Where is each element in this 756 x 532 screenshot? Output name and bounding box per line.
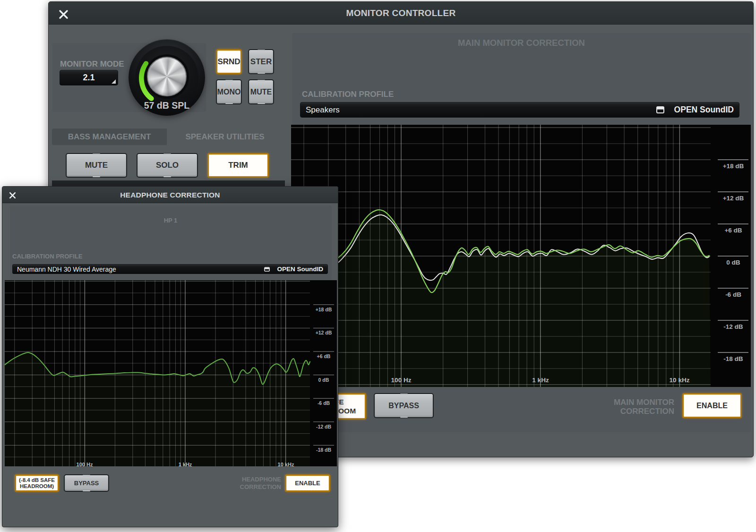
svg-text:-6 dB: -6 dB bbox=[725, 291, 741, 298]
svg-text:-18 dB: -18 dB bbox=[723, 355, 743, 362]
svg-text:-12 dB: -12 dB bbox=[316, 424, 332, 429]
svg-text:+6 dB: +6 dB bbox=[317, 353, 331, 359]
svg-text:0 dB: 0 dB bbox=[318, 377, 329, 383]
svg-text:1 kHz: 1 kHz bbox=[179, 462, 192, 466]
svg-text:-18 dB: -18 dB bbox=[316, 447, 332, 453]
svg-text:10 kHz: 10 kHz bbox=[278, 462, 294, 466]
svg-text:+12 dB: +12 dB bbox=[316, 330, 332, 335]
svg-text:+18 dB: +18 dB bbox=[723, 163, 744, 170]
svg-text:10 kHz: 10 kHz bbox=[670, 377, 690, 384]
svg-text:100 Hz: 100 Hz bbox=[77, 462, 93, 466]
svg-text:+12 dB: +12 dB bbox=[723, 195, 744, 202]
svg-text:100 Hz: 100 Hz bbox=[391, 377, 412, 384]
svg-text:+18 dB: +18 dB bbox=[316, 307, 332, 312]
svg-text:1 kHz: 1 kHz bbox=[532, 377, 549, 384]
svg-text:-12 dB: -12 dB bbox=[723, 323, 743, 330]
svg-text:-6 dB: -6 dB bbox=[318, 400, 330, 406]
svg-text:0 dB: 0 dB bbox=[726, 259, 740, 266]
svg-text:+6 dB: +6 dB bbox=[724, 227, 742, 234]
